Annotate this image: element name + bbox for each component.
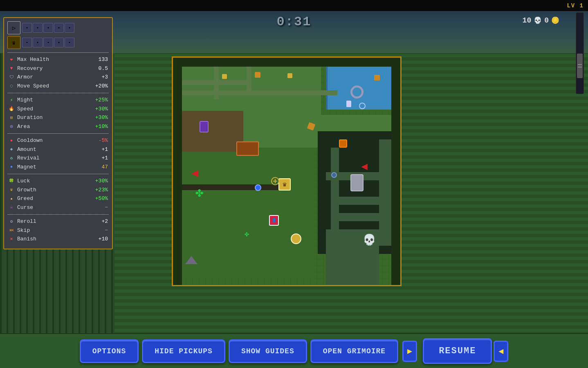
- stat-row-area: ◎ Area +10%: [7, 122, 109, 131]
- stat-row-speed: 🔥 Speed +30%: [7, 105, 109, 114]
- divider-3: [7, 133, 109, 134]
- path-v-2: [247, 67, 251, 91]
- stat-row-luck: 🍀 Luck +30%: [7, 177, 109, 186]
- item-slot-10: ▪: [65, 38, 74, 47]
- stat-row-might: ⚡ Might +25%: [7, 96, 109, 105]
- revival-value: +1: [92, 154, 108, 162]
- amount-label: Amount: [17, 146, 92, 154]
- scrollbar-thumb[interactable]: [577, 54, 583, 78]
- orange-orb: [339, 139, 347, 148]
- item-slot-4: ▪: [54, 23, 64, 33]
- might-value: +25%: [92, 96, 108, 104]
- stat-row-curse: ☠ Curse −: [7, 203, 109, 212]
- character-icon-section: ▷ ▪ ▪ ▪ ▪ ▪ ♛ ▪ ▪ ▪ ▪ ▪: [7, 21, 109, 49]
- hide-pickups-button[interactable]: Hide Pickups: [142, 339, 225, 363]
- item-slot-8: ▪: [43, 38, 53, 47]
- item-slot-9: ▪: [54, 38, 64, 47]
- greed-value: +50%: [92, 195, 108, 203]
- map-inner: ◀ ◀ ♛ ✤ 👤 ✤ 💀: [173, 58, 400, 285]
- might-icon: ⚡: [8, 97, 15, 103]
- luck-label: Luck: [17, 177, 92, 185]
- scrollbar[interactable]: [576, 12, 584, 94]
- banish-label: Banish: [17, 235, 92, 243]
- amount-icon: ◆: [8, 146, 15, 153]
- stat-row-magnet: ● Magnet 47: [7, 163, 109, 172]
- stat-row-maxhp: ❤ Max Health 133: [7, 55, 109, 64]
- skull-map-entity: 💀: [363, 233, 376, 247]
- options-button[interactable]: OPTIONS: [80, 339, 139, 363]
- blue-orb-1: [255, 184, 261, 191]
- luck-stats-section: 🍀 Luck +30% ♛ Growth +23% ★ Greed +50% ☠…: [7, 177, 109, 212]
- collectible-3: [287, 73, 292, 78]
- resume-section: ▶ RESUME ◀: [402, 338, 508, 364]
- banish-icon: ✖: [8, 236, 15, 242]
- right-arrow-btn[interactable]: ◀: [494, 341, 508, 362]
- skip-icon: ⏭: [8, 227, 15, 233]
- map-container: ◀ ◀ ♛ ✤ 👤 ✤ 💀: [172, 56, 402, 286]
- movespeed-value: +20%: [92, 82, 108, 90]
- coin-count: 0: [544, 16, 549, 25]
- resume-button[interactable]: RESUME: [423, 338, 492, 364]
- top-right-stats: 10 💀 0 🪙: [523, 16, 559, 25]
- curse-icon: ☠: [8, 204, 15, 211]
- small-clover-entity: ✤: [245, 229, 249, 238]
- stat-row-growth: ♛ Growth +23%: [7, 186, 109, 195]
- recovery-icon: ♥: [8, 65, 15, 72]
- armor-label: Armor: [17, 73, 92, 81]
- path-h-2: [182, 80, 247, 85]
- stat-row-duration: ⊞ Duration +30%: [7, 113, 109, 122]
- collectible-4: [374, 75, 380, 81]
- reroll-value: +2: [92, 218, 108, 226]
- kill-count: 10: [523, 16, 532, 25]
- duration-value: +30%: [92, 114, 108, 122]
- show-guides-button[interactable]: Show Guides: [229, 339, 307, 363]
- reroll-icon: ⚙: [8, 218, 15, 225]
- knight-entity: [350, 174, 364, 191]
- might-label: Might: [17, 96, 92, 104]
- divider-4: [7, 174, 109, 174]
- stat-row-amount: ◆ Amount +1: [7, 145, 109, 154]
- magnet-icon: ●: [8, 164, 15, 170]
- stat-row-cooldown: ● Cooldown -5%: [7, 136, 109, 145]
- recovery-value: 0.5: [92, 65, 108, 73]
- divider-1: [7, 52, 109, 53]
- growth-icon: ♛: [8, 186, 15, 193]
- item-slot-7: ▪: [33, 38, 43, 47]
- bottom-buttons-left: OPTIONS Hide Pickups Show Guides Open Gr…: [80, 339, 399, 363]
- chest-entity: [236, 141, 259, 156]
- crosshair-entity: [271, 177, 279, 185]
- divider-5: [7, 214, 109, 215]
- ring-entity: [350, 85, 364, 99]
- movespeed-icon: ◌: [8, 83, 15, 89]
- movespeed-label: Move Speed: [17, 82, 92, 90]
- item-slot-6: ▪: [22, 38, 32, 47]
- open-grimoire-button[interactable]: Open Grimoire: [310, 339, 398, 363]
- cursor-icon: ▷: [7, 21, 20, 34]
- icon-row-bottom: ♛ ▪ ▪ ▪ ▪ ▪: [7, 36, 109, 49]
- item-slot-5: ▪: [65, 23, 74, 33]
- item-grid-top: ▪ ▪ ▪ ▪ ▪: [22, 23, 74, 33]
- coin-icon: 🪙: [551, 16, 559, 25]
- meta-stats-section: ⚙ Reroll +2 ⏭ Skip − ✖ Banish +10: [7, 217, 109, 244]
- item-slot-1: ▪: [22, 23, 32, 33]
- amount-value: +1: [92, 146, 108, 154]
- top-bar: LV 1: [0, 0, 588, 11]
- player-entity: 👤: [269, 215, 279, 226]
- growth-value: +23%: [92, 186, 108, 194]
- collectible-1: [222, 74, 227, 79]
- maxhp-label: Max Health: [17, 56, 92, 64]
- bottom-bar: OPTIONS Hide Pickups Show Guides Open Gr…: [0, 333, 588, 368]
- skull-icon: 💀: [534, 16, 542, 25]
- left-arrow-btn[interactable]: ▶: [402, 341, 417, 362]
- speed-icon: 🔥: [8, 105, 15, 112]
- item-slot-2: ▪: [33, 23, 43, 33]
- triangle-entity: [185, 256, 197, 264]
- greed-icon: ★: [8, 195, 15, 202]
- arrow-right: ◀: [361, 160, 368, 173]
- crown-map-entity: ♛: [278, 178, 291, 191]
- cooldown-label: Cooldown: [17, 137, 92, 145]
- magnet-value: 47: [92, 163, 108, 171]
- growth-label: Growth: [17, 186, 92, 194]
- reroll-label: Reroll: [17, 218, 92, 226]
- maxhp-value: 133: [92, 56, 108, 64]
